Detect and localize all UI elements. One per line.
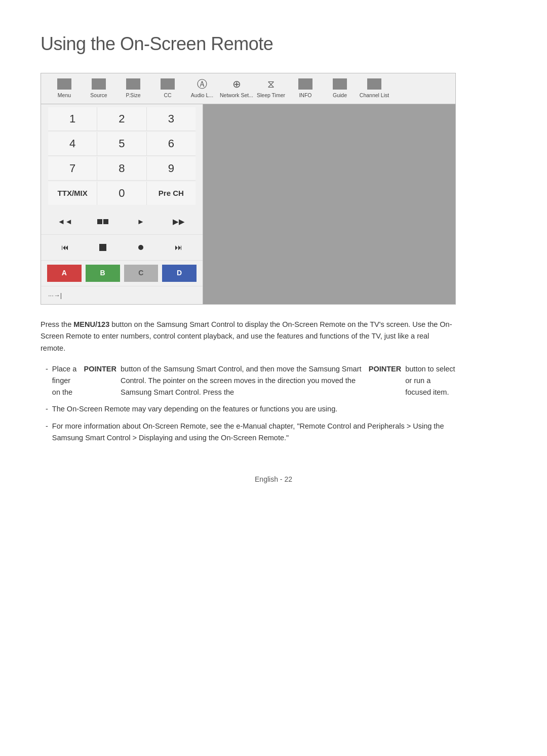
toolbar-cc[interactable]: CC — [150, 78, 185, 100]
stop-icon — [99, 244, 106, 251]
toolbar-menu[interactable]: Menu — [47, 78, 82, 100]
toolbar-info[interactable]: INFO — [288, 78, 323, 100]
pause-icon-2 — [103, 219, 108, 224]
toolbar-psize[interactable]: P.Size — [116, 78, 150, 100]
num-5[interactable]: 5 — [97, 132, 146, 155]
network-icon: ⊕ — [229, 78, 244, 90]
toolbar-source[interactable]: Source — [82, 78, 116, 100]
num-1[interactable]: 1 — [48, 107, 97, 131]
num-row-1: 1 2 3 — [48, 107, 196, 131]
bullet-1: Place a finger on the POINTER button of … — [41, 363, 456, 399]
audio-label: Audio L... — [191, 92, 213, 100]
record-icon — [138, 245, 143, 250]
num-9[interactable]: 9 — [147, 157, 196, 180]
cc-label: CC — [164, 92, 171, 100]
menu-label: Menu — [58, 92, 71, 100]
prev-btn[interactable]: ⏮ — [54, 239, 76, 256]
pause-btn[interactable] — [92, 213, 114, 230]
toolbar-sleep[interactable]: ⧖ Sleep Timer — [254, 78, 288, 100]
num-8[interactable]: 8 — [97, 157, 146, 180]
network-label: Network Set... — [220, 92, 253, 100]
num-row-4: TTX/MIX 0 Pre CH — [48, 182, 196, 205]
play-btn[interactable]: ► — [130, 213, 152, 230]
color-btn-b[interactable]: B — [86, 265, 120, 282]
stop-btn[interactable] — [92, 239, 114, 256]
toolbar-channel-list[interactable]: Channel List — [357, 78, 392, 100]
remote-toolbar: Menu Source P.Size CC Ⓐ Audio L... ⊕ Net… — [41, 73, 455, 104]
bold-menu123: MENU/123 — [73, 320, 109, 328]
color-btn-d[interactable]: D — [162, 265, 197, 282]
toolbar-guide[interactable]: Guide — [323, 78, 357, 100]
rewind-btn[interactable]: ◄◄ — [54, 213, 76, 230]
description-text: Press the MENU/123 button on the Samsung… — [41, 319, 456, 354]
bold-pointer-1: POINTER — [84, 363, 116, 399]
remote-diagram: Menu Source P.Size CC Ⓐ Audio L... ⊕ Net… — [41, 73, 456, 305]
color-buttons: A B C D — [41, 261, 203, 286]
num-3[interactable]: 3 — [147, 107, 196, 131]
page-footer: English - 22 — [41, 474, 506, 485]
remote-main-body: 1 2 3 4 5 6 7 8 9 TTX/MIX — [41, 104, 455, 305]
num-4[interactable]: 4 — [48, 132, 97, 155]
nav-arrow-row: ···→| — [41, 286, 203, 305]
psize-label: P.Size — [126, 92, 141, 100]
bullet-3: For more information about On-Screen Rem… — [41, 421, 456, 444]
color-btn-a[interactable]: A — [47, 265, 82, 282]
num-row-3: 7 8 9 — [48, 157, 196, 181]
info-label: INFO — [299, 92, 311, 100]
toolbar-network[interactable]: ⊕ Network Set... — [219, 78, 254, 100]
source-label: Source — [90, 92, 107, 100]
guide-icon — [333, 78, 347, 90]
bold-pointer-2: POINTER — [369, 363, 401, 399]
channel-list-label: Channel List — [360, 92, 389, 100]
num-7[interactable]: 7 — [48, 157, 97, 180]
nav-arrow-label: ···→| — [48, 290, 62, 301]
guide-label: Guide — [333, 92, 347, 100]
color-btn-c[interactable]: C — [124, 265, 159, 282]
remote-right-panel — [203, 104, 455, 305]
menu-icon — [57, 78, 71, 90]
fast-forward-btn[interactable]: ▶▶ — [168, 213, 190, 230]
transport-row-2: ⏮ ⏭ — [41, 235, 203, 261]
page-title: Using the On-Screen Remote — [41, 30, 506, 58]
bullet-2: The On-Screen Remote may vary depending … — [41, 403, 456, 415]
sleep-label: Sleep Timer — [257, 92, 285, 100]
num-0[interactable]: 0 — [97, 182, 146, 205]
numpad: 1 2 3 4 5 6 7 8 9 TTX/MIX — [41, 104, 203, 209]
next-btn[interactable]: ⏭ — [168, 239, 190, 256]
record-btn[interactable] — [130, 239, 152, 256]
remote-left-panel: 1 2 3 4 5 6 7 8 9 TTX/MIX — [41, 104, 203, 305]
pause-icon — [97, 219, 102, 224]
psize-icon — [126, 78, 140, 90]
num-row-2: 4 5 6 — [48, 132, 196, 156]
channel-list-icon — [367, 78, 381, 90]
pre-ch-btn[interactable]: Pre CH — [147, 182, 196, 205]
audio-icon: Ⓐ — [195, 78, 209, 90]
ttx-mix-btn[interactable]: TTX/MIX — [48, 182, 97, 205]
cc-icon — [161, 78, 175, 90]
source-icon — [92, 78, 106, 90]
bullet-list: Place a finger on the POINTER button of … — [41, 363, 456, 444]
info-icon — [298, 78, 312, 90]
num-6[interactable]: 6 — [147, 132, 196, 155]
sleep-icon: ⧖ — [264, 78, 278, 90]
num-2[interactable]: 2 — [97, 107, 146, 131]
toolbar-audio[interactable]: Ⓐ Audio L... — [185, 78, 219, 100]
transport-row-1: ◄◄ ► ▶▶ — [41, 209, 203, 235]
